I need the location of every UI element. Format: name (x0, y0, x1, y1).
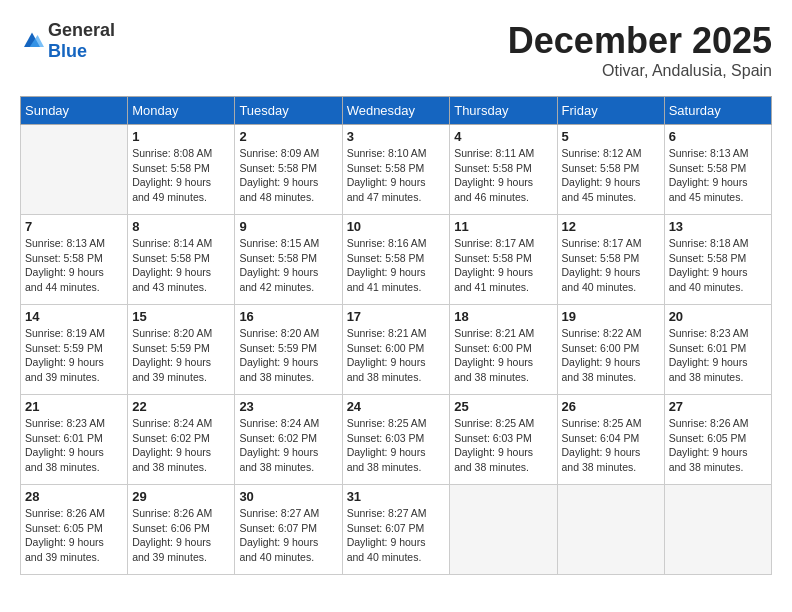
day-number: 31 (347, 489, 446, 504)
day-number: 3 (347, 129, 446, 144)
day-info: Sunrise: 8:21 AM Sunset: 6:00 PM Dayligh… (347, 326, 446, 385)
week-row-3: 21Sunrise: 8:23 AM Sunset: 6:01 PM Dayli… (21, 395, 772, 485)
day-number: 22 (132, 399, 230, 414)
logo-text-blue: Blue (48, 41, 87, 61)
day-info: Sunrise: 8:26 AM Sunset: 6:05 PM Dayligh… (25, 506, 123, 565)
day-number: 9 (239, 219, 337, 234)
day-number: 10 (347, 219, 446, 234)
logo-icon (20, 31, 44, 51)
logo: General Blue (20, 20, 115, 62)
day-cell (557, 485, 664, 575)
day-info: Sunrise: 8:25 AM Sunset: 6:03 PM Dayligh… (454, 416, 552, 475)
day-number: 14 (25, 309, 123, 324)
day-info: Sunrise: 8:26 AM Sunset: 6:05 PM Dayligh… (669, 416, 767, 475)
day-cell (664, 485, 771, 575)
day-info: Sunrise: 8:13 AM Sunset: 5:58 PM Dayligh… (669, 146, 767, 205)
day-number: 17 (347, 309, 446, 324)
day-cell: 25Sunrise: 8:25 AM Sunset: 6:03 PM Dayli… (450, 395, 557, 485)
day-cell: 16Sunrise: 8:20 AM Sunset: 5:59 PM Dayli… (235, 305, 342, 395)
day-info: Sunrise: 8:24 AM Sunset: 6:02 PM Dayligh… (239, 416, 337, 475)
weekday-saturday: Saturday (664, 97, 771, 125)
day-number: 12 (562, 219, 660, 234)
weekday-sunday: Sunday (21, 97, 128, 125)
day-number: 18 (454, 309, 552, 324)
day-cell: 19Sunrise: 8:22 AM Sunset: 6:00 PM Dayli… (557, 305, 664, 395)
day-cell: 27Sunrise: 8:26 AM Sunset: 6:05 PM Dayli… (664, 395, 771, 485)
day-info: Sunrise: 8:18 AM Sunset: 5:58 PM Dayligh… (669, 236, 767, 295)
month-title: December 2025 (508, 20, 772, 62)
calendar-body: 1Sunrise: 8:08 AM Sunset: 5:58 PM Daylig… (21, 125, 772, 575)
day-info: Sunrise: 8:17 AM Sunset: 5:58 PM Dayligh… (454, 236, 552, 295)
day-number: 8 (132, 219, 230, 234)
day-info: Sunrise: 8:10 AM Sunset: 5:58 PM Dayligh… (347, 146, 446, 205)
day-info: Sunrise: 8:12 AM Sunset: 5:58 PM Dayligh… (562, 146, 660, 205)
day-cell: 15Sunrise: 8:20 AM Sunset: 5:59 PM Dayli… (128, 305, 235, 395)
day-info: Sunrise: 8:26 AM Sunset: 6:06 PM Dayligh… (132, 506, 230, 565)
day-number: 30 (239, 489, 337, 504)
day-cell: 10Sunrise: 8:16 AM Sunset: 5:58 PM Dayli… (342, 215, 450, 305)
day-cell (450, 485, 557, 575)
day-info: Sunrise: 8:23 AM Sunset: 6:01 PM Dayligh… (669, 326, 767, 385)
week-row-2: 14Sunrise: 8:19 AM Sunset: 5:59 PM Dayli… (21, 305, 772, 395)
day-cell: 21Sunrise: 8:23 AM Sunset: 6:01 PM Dayli… (21, 395, 128, 485)
day-cell: 9Sunrise: 8:15 AM Sunset: 5:58 PM Daylig… (235, 215, 342, 305)
day-number: 27 (669, 399, 767, 414)
day-info: Sunrise: 8:27 AM Sunset: 6:07 PM Dayligh… (347, 506, 446, 565)
day-number: 7 (25, 219, 123, 234)
day-number: 16 (239, 309, 337, 324)
day-info: Sunrise: 8:22 AM Sunset: 6:00 PM Dayligh… (562, 326, 660, 385)
day-info: Sunrise: 8:13 AM Sunset: 5:58 PM Dayligh… (25, 236, 123, 295)
weekday-thursday: Thursday (450, 97, 557, 125)
logo-text-general: General (48, 20, 115, 40)
day-cell (21, 125, 128, 215)
day-cell: 3Sunrise: 8:10 AM Sunset: 5:58 PM Daylig… (342, 125, 450, 215)
day-cell: 26Sunrise: 8:25 AM Sunset: 6:04 PM Dayli… (557, 395, 664, 485)
day-number: 20 (669, 309, 767, 324)
day-cell: 1Sunrise: 8:08 AM Sunset: 5:58 PM Daylig… (128, 125, 235, 215)
day-cell: 30Sunrise: 8:27 AM Sunset: 6:07 PM Dayli… (235, 485, 342, 575)
day-info: Sunrise: 8:19 AM Sunset: 5:59 PM Dayligh… (25, 326, 123, 385)
day-number: 13 (669, 219, 767, 234)
day-cell: 18Sunrise: 8:21 AM Sunset: 6:00 PM Dayli… (450, 305, 557, 395)
day-cell: 29Sunrise: 8:26 AM Sunset: 6:06 PM Dayli… (128, 485, 235, 575)
day-cell: 14Sunrise: 8:19 AM Sunset: 5:59 PM Dayli… (21, 305, 128, 395)
day-info: Sunrise: 8:09 AM Sunset: 5:58 PM Dayligh… (239, 146, 337, 205)
day-cell: 24Sunrise: 8:25 AM Sunset: 6:03 PM Dayli… (342, 395, 450, 485)
day-cell: 11Sunrise: 8:17 AM Sunset: 5:58 PM Dayli… (450, 215, 557, 305)
day-info: Sunrise: 8:20 AM Sunset: 5:59 PM Dayligh… (132, 326, 230, 385)
day-number: 21 (25, 399, 123, 414)
day-info: Sunrise: 8:20 AM Sunset: 5:59 PM Dayligh… (239, 326, 337, 385)
day-cell: 31Sunrise: 8:27 AM Sunset: 6:07 PM Dayli… (342, 485, 450, 575)
day-info: Sunrise: 8:25 AM Sunset: 6:03 PM Dayligh… (347, 416, 446, 475)
day-cell: 12Sunrise: 8:17 AM Sunset: 5:58 PM Dayli… (557, 215, 664, 305)
day-info: Sunrise: 8:27 AM Sunset: 6:07 PM Dayligh… (239, 506, 337, 565)
day-cell: 28Sunrise: 8:26 AM Sunset: 6:05 PM Dayli… (21, 485, 128, 575)
day-cell: 5Sunrise: 8:12 AM Sunset: 5:58 PM Daylig… (557, 125, 664, 215)
day-info: Sunrise: 8:24 AM Sunset: 6:02 PM Dayligh… (132, 416, 230, 475)
day-number: 26 (562, 399, 660, 414)
day-number: 5 (562, 129, 660, 144)
weekday-tuesday: Tuesday (235, 97, 342, 125)
weekday-wednesday: Wednesday (342, 97, 450, 125)
day-number: 4 (454, 129, 552, 144)
day-number: 24 (347, 399, 446, 414)
weekday-friday: Friday (557, 97, 664, 125)
day-cell: 17Sunrise: 8:21 AM Sunset: 6:00 PM Dayli… (342, 305, 450, 395)
header: General Blue December 2025 Otivar, Andal… (20, 20, 772, 80)
day-info: Sunrise: 8:11 AM Sunset: 5:58 PM Dayligh… (454, 146, 552, 205)
day-cell: 4Sunrise: 8:11 AM Sunset: 5:58 PM Daylig… (450, 125, 557, 215)
day-number: 28 (25, 489, 123, 504)
title-area: December 2025 Otivar, Andalusia, Spain (508, 20, 772, 80)
day-number: 1 (132, 129, 230, 144)
day-info: Sunrise: 8:14 AM Sunset: 5:58 PM Dayligh… (132, 236, 230, 295)
day-info: Sunrise: 8:08 AM Sunset: 5:58 PM Dayligh… (132, 146, 230, 205)
day-number: 2 (239, 129, 337, 144)
calendar: SundayMondayTuesdayWednesdayThursdayFrid… (20, 96, 772, 575)
day-number: 6 (669, 129, 767, 144)
day-cell: 7Sunrise: 8:13 AM Sunset: 5:58 PM Daylig… (21, 215, 128, 305)
day-number: 11 (454, 219, 552, 234)
day-cell: 2Sunrise: 8:09 AM Sunset: 5:58 PM Daylig… (235, 125, 342, 215)
day-number: 15 (132, 309, 230, 324)
day-cell: 6Sunrise: 8:13 AM Sunset: 5:58 PM Daylig… (664, 125, 771, 215)
day-cell: 23Sunrise: 8:24 AM Sunset: 6:02 PM Dayli… (235, 395, 342, 485)
